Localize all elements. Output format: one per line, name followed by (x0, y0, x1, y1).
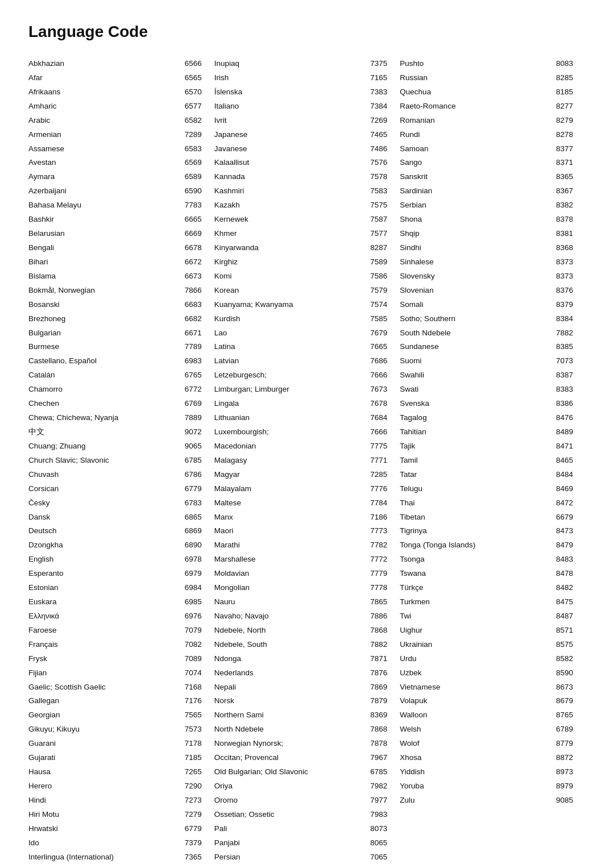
language-name: Komi (214, 271, 371, 283)
language-code: 8590 (556, 667, 578, 679)
language-name: Wolof (400, 738, 556, 750)
language-code: 6679 (556, 512, 578, 524)
language-code: 7879 (370, 695, 392, 707)
list-item: Bislama6673 (28, 269, 209, 284)
language-code: 7079 (185, 625, 206, 637)
language-name: Polski (214, 866, 371, 868)
language-name: Lao (214, 327, 371, 339)
list-item: Bulgarian6671 (28, 326, 209, 340)
language-code: 8065 (370, 837, 392, 849)
language-code: 6682 (185, 313, 206, 325)
list-item: Tamil8465 (400, 454, 580, 468)
language-code: 7585 (370, 313, 392, 325)
list-item: Brezhoneg6682 (28, 312, 209, 326)
list-item: Gujarati7185 (28, 751, 209, 765)
list-item: Dansk6865 (28, 510, 209, 525)
language-code: 8482 (556, 582, 578, 594)
list-item: Nepali7869 (214, 680, 395, 695)
language-code: 7789 (185, 341, 206, 353)
list-item: English6978 (28, 553, 209, 567)
list-item: Kurdish7585 (214, 312, 395, 326)
language-name: Íslenska (214, 86, 371, 98)
language-name: Esperanto (28, 568, 185, 580)
language-name: Kannada (214, 171, 371, 183)
language-name: Italiano (214, 101, 371, 113)
language-code: 7665 (370, 341, 392, 353)
list-item: Hausa7265 (28, 765, 209, 779)
language-code: 8475 (556, 596, 578, 608)
list-item: Mongolian7778 (214, 581, 395, 595)
language-name: Amharic (28, 101, 185, 113)
language-code: 8673 (556, 682, 578, 693)
language-code: 6786 (185, 469, 206, 481)
language-name: Shqip (400, 228, 556, 240)
list-item: Kalaallisut7576 (214, 156, 395, 170)
language-name: Georgian (28, 709, 185, 721)
language-name: Latina (214, 341, 371, 353)
list-item: Herero7290 (28, 779, 209, 794)
list-item: Fijian7074 (28, 666, 209, 680)
list-item: Ndonga7871 (214, 652, 395, 666)
list-item: Tonga (Tonga Islands)8479 (400, 538, 580, 553)
language-name: Occitan; Provencal (214, 752, 371, 764)
language-name: Interlingua (International) (28, 852, 185, 863)
language-name: Norwegian Nynorsk; (214, 738, 371, 750)
list-item: Tajik8471 (400, 439, 580, 454)
language-code: 6765 (185, 369, 206, 381)
language-name: Marshallese (214, 554, 371, 566)
language-code: 8382 (556, 200, 578, 211)
list-item: Welsh6789 (400, 722, 580, 737)
language-name: Estonian (28, 582, 185, 594)
list-item: Chewa; Chichewa; Nyanja7889 (28, 411, 209, 425)
language-name: Chewa; Chichewa; Nyanja (28, 412, 185, 424)
language-code: 8679 (556, 695, 578, 707)
language-code: 7866 (185, 285, 206, 297)
language-name: Deutsch (28, 525, 185, 537)
language-code: 7365 (185, 852, 206, 863)
language-name: Ossetian; Ossetic (214, 809, 371, 821)
list-item: Pushto8083 (400, 57, 580, 71)
list-item: Abkhazian6566 (28, 57, 209, 71)
list-item: Korean7579 (214, 284, 395, 298)
language-name: Urdu (400, 653, 556, 665)
list-item: Gallegan7176 (28, 694, 209, 708)
language-code: 7290 (185, 780, 206, 792)
language-name: Church Slavic; Slavonic (28, 455, 185, 467)
list-item: Hindi7273 (28, 794, 209, 808)
list-item: Kernewek7587 (214, 213, 395, 227)
language-code: 7565 (185, 709, 206, 721)
language-name: Ukrainian (400, 639, 556, 651)
language-code: 8368 (556, 242, 578, 254)
language-name: Kernewek (214, 214, 371, 226)
page-title: Language Code (28, 23, 586, 41)
list-item: Moldavian7779 (214, 567, 395, 581)
list-item: Georgian7565 (28, 708, 209, 722)
language-name: Korean (214, 285, 371, 297)
language-code: 6865 (185, 512, 206, 524)
language-code: 7379 (185, 837, 206, 849)
language-name: Armenian (28, 129, 185, 141)
list-item: Telugu8469 (400, 482, 580, 496)
list-item: Lao7679 (214, 326, 395, 340)
language-name: Nepali (214, 682, 371, 693)
language-name: Yoruba (400, 780, 556, 792)
language-code: 8483 (556, 554, 578, 566)
list-item: Tahitian8489 (400, 425, 580, 439)
language-name: Kirghiz (214, 256, 371, 268)
language-code: 6769 (185, 398, 206, 410)
language-code: 7865 (370, 596, 392, 608)
language-name: Letzeburgesch; (214, 369, 371, 381)
language-code: 7186 (370, 512, 392, 524)
language-name: Pushto (400, 58, 556, 70)
language-name: Sanskrit (400, 171, 556, 183)
language-code: 7065 (370, 852, 392, 863)
language-name: Shona (400, 214, 556, 226)
language-name: Lingala (214, 398, 371, 410)
language-name: Guarani (28, 738, 185, 750)
language-code: 6669 (185, 228, 206, 240)
language-name: Hindi (28, 795, 185, 807)
language-name: Bashkir (28, 214, 185, 226)
language-name: Tibetan (400, 512, 556, 524)
language-code: 6678 (185, 242, 206, 254)
language-name: Welsh (400, 724, 556, 736)
